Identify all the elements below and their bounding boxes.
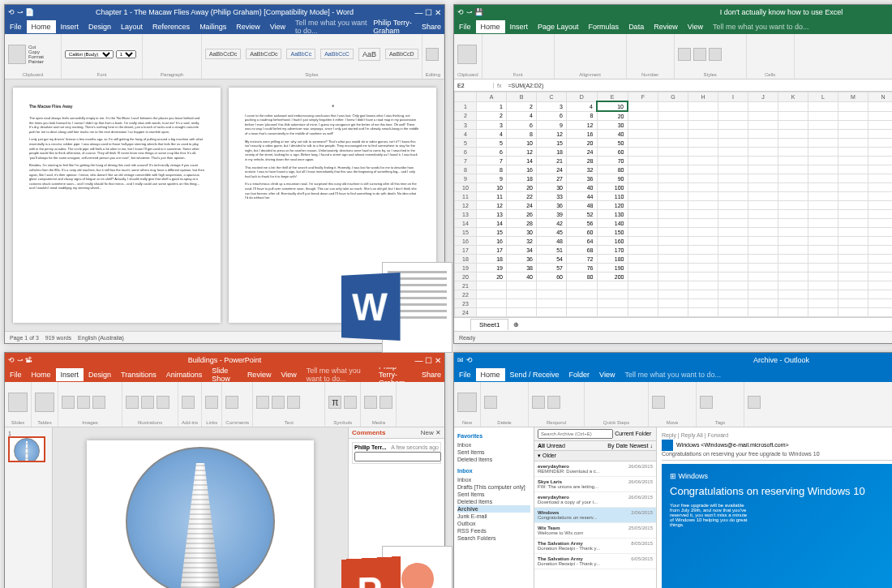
cell[interactable]: 50: [597, 139, 628, 148]
cell[interactable]: [718, 237, 748, 246]
folder-search[interactable]: Search Folders: [457, 534, 530, 542]
tab-insert[interactable]: Insert: [56, 368, 84, 381]
cell[interactable]: 4: [567, 101, 598, 111]
tab-view[interactable]: View: [265, 20, 290, 33]
folder-junk[interactable]: Junk E-mail: [457, 513, 530, 520]
cell[interactable]: [507, 299, 537, 308]
cell[interactable]: [628, 101, 658, 111]
cell[interactable]: 20: [597, 111, 628, 121]
cell[interactable]: [628, 174, 658, 183]
comment-item[interactable]: Philip Terr... A few seconds ago: [352, 442, 441, 464]
cell[interactable]: [537, 308, 567, 317]
col-header[interactable]: G: [658, 92, 688, 102]
cell[interactable]: 45: [537, 228, 567, 237]
cell[interactable]: [868, 281, 892, 290]
tab-review[interactable]: Review: [242, 368, 277, 381]
cell[interactable]: 9: [477, 174, 507, 183]
cell[interactable]: [808, 299, 838, 308]
col-header[interactable]: B: [507, 92, 537, 102]
cell[interactable]: 20: [507, 183, 537, 192]
cell[interactable]: [748, 183, 778, 192]
cell[interactable]: [628, 165, 658, 174]
cell[interactable]: [778, 255, 808, 264]
cell[interactable]: [658, 264, 688, 273]
cell[interactable]: [718, 273, 748, 281]
cell[interactable]: 16: [567, 130, 598, 139]
row-header[interactable]: 22: [455, 290, 477, 299]
cell[interactable]: 28: [567, 157, 598, 165]
cell[interactable]: [838, 299, 868, 308]
favorites-header[interactable]: Favorites: [457, 433, 530, 439]
cell[interactable]: [718, 255, 748, 264]
nav-inbox[interactable]: Inbox: [457, 441, 530, 449]
tab-transitions[interactable]: Transitions: [116, 368, 161, 381]
cell[interactable]: 19: [477, 264, 507, 273]
cell[interactable]: [748, 228, 778, 237]
chart-icon[interactable]: [157, 396, 169, 409]
cell[interactable]: [688, 165, 718, 174]
cell[interactable]: [658, 192, 688, 201]
cell[interactable]: [868, 308, 892, 317]
cell[interactable]: 24: [507, 201, 537, 210]
cell[interactable]: 8: [477, 165, 507, 174]
forward-icon[interactable]: [547, 396, 560, 409]
cell[interactable]: [868, 139, 892, 148]
cell[interactable]: [748, 157, 778, 165]
tab-formulas[interactable]: Formulas: [584, 20, 624, 33]
row-header[interactable]: 20: [455, 273, 477, 281]
cell[interactable]: 56: [567, 219, 598, 228]
cell[interactable]: 11: [477, 192, 507, 201]
message-item[interactable]: 25/05/2015Wix TeamWelcome to Wix.com: [534, 523, 656, 539]
cell[interactable]: [838, 281, 868, 290]
row-header[interactable]: 7: [455, 157, 477, 165]
cell[interactable]: [628, 281, 658, 290]
message-item[interactable]: 26/06/2015Skye LarisFW: The unions are l…: [534, 477, 656, 492]
nav-deleted[interactable]: Deleted Items: [457, 456, 530, 463]
cell[interactable]: 3: [477, 121, 507, 130]
cell[interactable]: 60: [597, 148, 628, 157]
cell[interactable]: 150: [597, 228, 628, 237]
cell[interactable]: [658, 139, 688, 148]
tab-folder[interactable]: Folder: [564, 368, 595, 381]
cell[interactable]: 27: [537, 174, 567, 183]
cell[interactable]: [748, 130, 778, 139]
row-header[interactable]: 15: [455, 228, 477, 237]
cell[interactable]: [688, 228, 718, 237]
cell[interactable]: [597, 290, 628, 299]
cell[interactable]: 51: [537, 246, 567, 255]
folder-inbox[interactable]: Inbox: [457, 476, 530, 483]
forward-button[interactable]: Forward: [708, 432, 729, 438]
row-header[interactable]: 9: [455, 174, 477, 183]
cell[interactable]: [688, 121, 718, 130]
cell[interactable]: [838, 101, 868, 111]
cell[interactable]: 44: [567, 192, 598, 201]
tab-view[interactable]: View: [594, 368, 620, 381]
cell[interactable]: [688, 246, 718, 255]
cell[interactable]: [748, 299, 778, 308]
cell[interactable]: [628, 246, 658, 255]
cell[interactable]: [628, 183, 658, 192]
cell[interactable]: [477, 290, 507, 299]
cell[interactable]: [658, 219, 688, 228]
cell[interactable]: [808, 237, 838, 246]
cell[interactable]: [838, 183, 868, 192]
cell[interactable]: [748, 255, 778, 264]
cell[interactable]: [658, 101, 688, 111]
cell[interactable]: [748, 264, 778, 273]
cell[interactable]: [658, 237, 688, 246]
cell[interactable]: 39: [537, 210, 567, 219]
cell[interactable]: [718, 139, 748, 148]
cell[interactable]: [868, 210, 892, 219]
col-header[interactable]: J: [748, 92, 778, 102]
search-input[interactable]: [538, 429, 613, 439]
reply-button[interactable]: Reply: [662, 432, 676, 438]
cell[interactable]: [658, 201, 688, 210]
cell[interactable]: 57: [537, 264, 567, 273]
cell[interactable]: [628, 264, 658, 273]
cell[interactable]: [838, 237, 868, 246]
tab-review[interactable]: Review: [649, 20, 683, 33]
row-header[interactable]: 17: [455, 246, 477, 255]
cell[interactable]: [868, 101, 892, 111]
cell[interactable]: [537, 299, 567, 308]
cell[interactable]: [778, 264, 808, 273]
